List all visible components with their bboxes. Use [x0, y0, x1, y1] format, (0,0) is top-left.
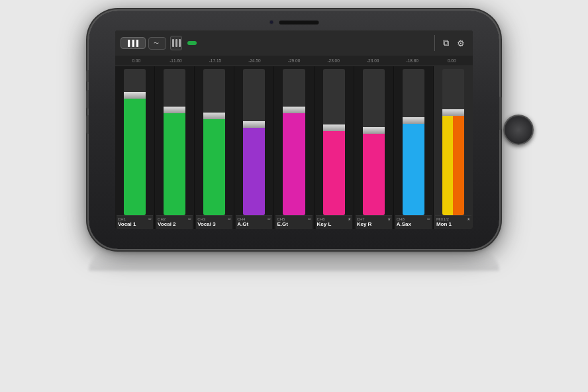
phone-wrapper: ▐▐▐ 〜: [69, 11, 519, 381]
fader-fill: [283, 110, 305, 215]
camera-dot: [270, 20, 274, 24]
fader-handle[interactable]: [283, 107, 305, 113]
channel-strip[interactable]: CH5 ✏ E.Gt: [274, 66, 314, 229]
channel-strip[interactable]: CH8 ✏ A.Sax: [394, 66, 434, 229]
channel-name: E.Gt: [277, 221, 311, 228]
fader-track: [356, 69, 392, 215]
channel-name: Mon 1: [436, 221, 470, 228]
channel-strip[interactable]: CH1 ✏ Vocal 1: [115, 66, 155, 229]
fader-handle[interactable]: [363, 127, 385, 134]
top-bar: [270, 20, 319, 24]
fader-track: [316, 69, 352, 215]
channel-name: Key R: [357, 221, 391, 228]
fader-handle[interactable]: [403, 117, 424, 124]
db-value: 0.00: [432, 56, 472, 66]
channel-label: CH4 ✏ A.Gt: [236, 215, 272, 229]
channel-label: CH8 ✏ A.Sax: [395, 215, 432, 229]
fader-bg: [283, 69, 305, 215]
layers-icon[interactable]: ⧉: [440, 36, 452, 50]
channel-label: CH3 ✏ Vocal 3: [196, 215, 232, 229]
fader-fill: [323, 128, 345, 216]
fader-fill: [363, 130, 385, 215]
screen: ▐▐▐ 〜: [115, 30, 473, 229]
fader-track: [395, 69, 432, 215]
scene-info: [203, 40, 429, 47]
channel-icon: ★: [467, 217, 470, 221]
fader-track: [435, 69, 471, 215]
phone-reflection: [89, 251, 499, 271]
header-bar: ▐▐▐ 〜: [115, 30, 473, 56]
phone-body: ▐▐▐ 〜: [89, 11, 499, 249]
settings-icon[interactable]: ⚙: [454, 37, 467, 50]
channel-strip[interactable]: CH2 ✏ Vocal 2: [155, 66, 195, 229]
db-value: -24.50: [235, 56, 275, 66]
scene-name: [203, 40, 429, 47]
channel-view-button[interactable]: [170, 36, 182, 50]
channel-strip[interactable]: CH3 ✏ Vocal 3: [195, 66, 234, 229]
fader-fill: [203, 116, 225, 216]
divider: [434, 35, 435, 51]
fader-bg: [164, 69, 185, 215]
fader-bg: [363, 69, 385, 215]
channel-icon: ★: [387, 217, 391, 221]
fader-bg: [403, 69, 424, 215]
channel-strip[interactable]: CH6 ★ Key L: [315, 66, 354, 229]
fader-bg: [203, 69, 225, 215]
volume-toggle-button[interactable]: [86, 70, 89, 82]
channel-icon: ✏: [188, 217, 191, 221]
db-value: -17.15: [195, 56, 235, 66]
db-ruler: 0.00-11.60-17.15-24.50-29.00-23.00-23.00…: [115, 56, 473, 66]
fader-handle[interactable]: [203, 113, 225, 119]
channel-name: Vocal 2: [158, 221, 191, 228]
power-button[interactable]: [499, 97, 502, 130]
fader-fill: [442, 113, 464, 215]
fader-track: [236, 69, 272, 215]
fader-bg: [323, 69, 345, 215]
channel-icon: ★: [348, 217, 351, 221]
channel-label: CH6 ★ Key L: [316, 215, 352, 229]
speaker-grille: [279, 21, 319, 24]
fader-bg: [124, 69, 146, 215]
pan-button[interactable]: 〜: [148, 37, 166, 50]
fader-handle[interactable]: [323, 124, 345, 131]
channel-view-icon: [172, 39, 181, 47]
channel-name: Key L: [317, 221, 351, 228]
channel-strip[interactable]: MIX1/2 ★ Mon 1: [434, 66, 473, 229]
fader-fill: [243, 124, 265, 215]
channel-name: A.Sax: [397, 221, 430, 228]
volume-down-button[interactable]: [86, 115, 89, 134]
channel-strip[interactable]: CH7 ★ Key R: [354, 66, 394, 229]
channel-label: CH2 ✏ Vocal 2: [156, 215, 193, 229]
channel-icon: ✏: [427, 217, 430, 221]
channel-label: MIX1/2 ★ Mon 1: [435, 215, 471, 229]
fader-track: [196, 69, 232, 215]
fader-track: [117, 69, 153, 215]
channel-icon: ✏: [268, 217, 271, 221]
db-value: -11.60: [156, 56, 196, 66]
channels-area: CH1 ✏ Vocal 1 CH2 ✏ Vocal 2: [115, 66, 473, 229]
db-value: -23.00: [353, 56, 393, 66]
channel-name: Vocal 3: [197, 221, 231, 228]
fader-track: [156, 69, 193, 215]
volume-up-button[interactable]: [86, 90, 89, 109]
channel-name: A.Gt: [237, 221, 271, 228]
fader-handle[interactable]: [442, 109, 464, 116]
fader-bg: [442, 69, 464, 215]
db-value: 0.00: [117, 56, 156, 66]
fader-bars-icon: ▐▐▐: [126, 40, 138, 46]
fader-handle[interactable]: [124, 92, 146, 99]
fader-bg: [243, 69, 265, 215]
fader-button[interactable]: ▐▐▐: [121, 37, 146, 49]
fader-handle[interactable]: [164, 107, 185, 113]
channel-label: CH5 ✏ E.Gt: [275, 215, 312, 229]
home-button[interactable]: [503, 115, 534, 145]
channel-icon: ✏: [308, 217, 311, 221]
db-value: -23.00: [314, 56, 354, 66]
channel-strip[interactable]: CH4 ✏ A.Gt: [234, 66, 274, 229]
fader-fill: [124, 95, 146, 216]
fader-handle[interactable]: [243, 121, 265, 128]
fader-fill: [164, 110, 185, 215]
channel-name: Vocal 1: [118, 221, 152, 228]
fader-track: [275, 69, 312, 215]
pan-wave-icon: 〜: [154, 40, 159, 47]
